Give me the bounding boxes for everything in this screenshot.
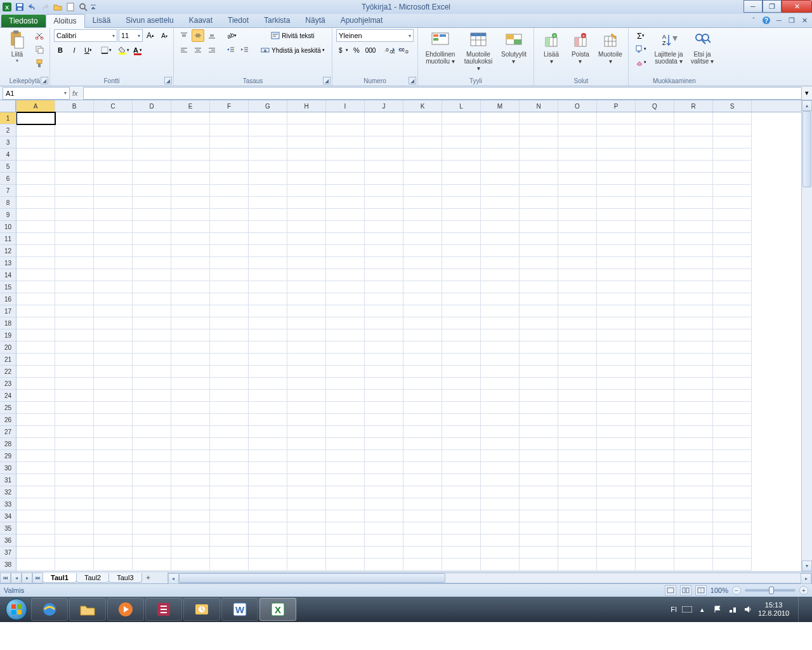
- align-bottom-button[interactable]: [206, 29, 218, 42]
- cell-S16[interactable]: [713, 293, 752, 305]
- cell-I15[interactable]: [326, 281, 365, 293]
- doc-restore-icon[interactable]: ❐: [787, 15, 797, 25]
- cell-D3[interactable]: [133, 136, 171, 149]
- cell-M35[interactable]: [481, 522, 520, 534]
- cell-C35[interactable]: [94, 522, 133, 534]
- cell-P15[interactable]: [597, 281, 636, 293]
- cell-E17[interactable]: [171, 305, 210, 317]
- cell-L23[interactable]: [442, 378, 481, 390]
- cell-Q37[interactable]: [636, 547, 674, 559]
- cell-G8[interactable]: [249, 197, 287, 209]
- cell-C20[interactable]: [94, 342, 133, 354]
- cell-P11[interactable]: [597, 233, 636, 245]
- cell-A35[interactable]: [16, 522, 55, 534]
- formula-expand-icon[interactable]: ▾: [802, 89, 812, 97]
- redo-icon[interactable]: [39, 1, 51, 13]
- cell-D5[interactable]: [133, 161, 171, 173]
- cell-I6[interactable]: [326, 173, 365, 185]
- cell-S36[interactable]: [713, 534, 752, 547]
- cell-K3[interactable]: [403, 136, 442, 149]
- cell-H15[interactable]: [287, 281, 326, 293]
- cell-I31[interactable]: [326, 474, 365, 486]
- cell-A37[interactable]: [16, 547, 55, 559]
- cell-H1[interactable]: [287, 112, 326, 124]
- cell-A24[interactable]: [16, 390, 55, 402]
- ribbon-tab-tarkista[interactable]: Tarkista: [256, 14, 298, 27]
- cell-R28[interactable]: [674, 438, 713, 450]
- cell-O24[interactable]: [558, 390, 597, 402]
- cell-G18[interactable]: [249, 317, 287, 329]
- cell-M5[interactable]: [481, 161, 520, 173]
- cell-S21[interactable]: [713, 354, 752, 366]
- cell-O21[interactable]: [558, 354, 597, 366]
- cell-Q7[interactable]: [636, 185, 674, 197]
- row-header-20[interactable]: 20: [0, 342, 16, 354]
- cell-Q3[interactable]: [636, 136, 674, 149]
- cell-N22[interactable]: [520, 366, 558, 378]
- cell-L20[interactable]: [442, 342, 481, 354]
- cell-N35[interactable]: [520, 522, 558, 534]
- cell-H6[interactable]: [287, 173, 326, 185]
- cell-F31[interactable]: [210, 474, 249, 486]
- col-header-A[interactable]: A: [16, 100, 55, 112]
- cell-B16[interactable]: [55, 293, 94, 305]
- cell-H35[interactable]: [287, 522, 326, 534]
- zoom-out-button[interactable]: −: [732, 586, 741, 595]
- cell-I26[interactable]: [326, 414, 365, 426]
- cell-D35[interactable]: [133, 522, 171, 534]
- cell-M33[interactable]: [481, 498, 520, 510]
- cell-F28[interactable]: [210, 438, 249, 450]
- cell-K24[interactable]: [403, 390, 442, 402]
- cell-S14[interactable]: [713, 269, 752, 281]
- cell-O15[interactable]: [558, 281, 597, 293]
- cell-R33[interactable]: [674, 498, 713, 510]
- cell-O13[interactable]: [558, 257, 597, 269]
- cell-B23[interactable]: [55, 378, 94, 390]
- cell-G23[interactable]: [249, 378, 287, 390]
- cell-S31[interactable]: [713, 474, 752, 486]
- shrink-font-button[interactable]: A▾: [158, 29, 171, 42]
- cell-J32[interactable]: [365, 486, 403, 498]
- border-button[interactable]: ▾: [100, 44, 112, 56]
- cell-Q11[interactable]: [636, 233, 674, 245]
- cell-N8[interactable]: [520, 197, 558, 209]
- cell-P31[interactable]: [597, 474, 636, 486]
- accounting-format-button[interactable]: $▾: [336, 44, 349, 56]
- cell-I7[interactable]: [326, 185, 365, 197]
- cell-D25[interactable]: [133, 402, 171, 414]
- vertical-scrollbar[interactable]: ▴ ▾: [801, 100, 812, 571]
- cell-B22[interactable]: [55, 366, 94, 378]
- cell-D23[interactable]: [133, 378, 171, 390]
- cell-R29[interactable]: [674, 450, 713, 462]
- cell-G22[interactable]: [249, 366, 287, 378]
- cell-F35[interactable]: [210, 522, 249, 534]
- cell-N12[interactable]: [520, 245, 558, 257]
- cell-A11[interactable]: [16, 233, 55, 245]
- cell-N34[interactable]: [520, 510, 558, 522]
- excel-icon[interactable]: X: [1, 1, 13, 13]
- cell-E27[interactable]: [171, 426, 210, 438]
- flag-icon[interactable]: [712, 604, 723, 614]
- cell-E4[interactable]: [171, 149, 210, 161]
- cell-B27[interactable]: [55, 426, 94, 438]
- cell-R18[interactable]: [674, 317, 713, 329]
- undo-icon[interactable]: [27, 1, 38, 13]
- cell-G2[interactable]: [249, 124, 287, 136]
- cell-F19[interactable]: [210, 329, 249, 342]
- row-header-2[interactable]: 2: [0, 124, 16, 136]
- cell-E1[interactable]: [171, 112, 210, 124]
- cell-K23[interactable]: [403, 378, 442, 390]
- sheet-nav-prev[interactable]: ◂: [11, 573, 22, 583]
- cell-F21[interactable]: [210, 354, 249, 366]
- cell-P1[interactable]: [597, 112, 636, 124]
- cell-S5[interactable]: [713, 161, 752, 173]
- cell-J30[interactable]: [365, 462, 403, 474]
- cell-M4[interactable]: [481, 149, 520, 161]
- cell-B32[interactable]: [55, 486, 94, 498]
- cell-F12[interactable]: [210, 245, 249, 257]
- cell-C14[interactable]: [94, 269, 133, 281]
- cell-K30[interactable]: [403, 462, 442, 474]
- cell-S7[interactable]: [713, 185, 752, 197]
- cell-J34[interactable]: [365, 510, 403, 522]
- row-header-13[interactable]: 13: [0, 257, 16, 269]
